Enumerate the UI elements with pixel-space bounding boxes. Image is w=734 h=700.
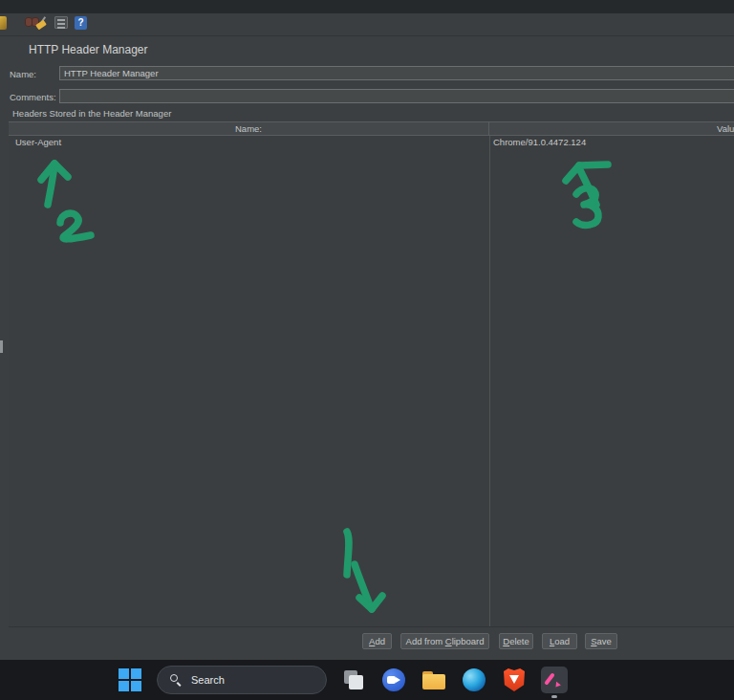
screen: ? HTTP Header Manager Name: Comments: He… <box>0 0 734 700</box>
pen-app-button[interactable] <box>541 667 568 693</box>
taskbar-search[interactable]: Search <box>157 666 327 694</box>
table-row[interactable]: User-Agent Chrome/91.0.4472.124 <box>9 136 734 149</box>
list-icon[interactable] <box>54 16 68 29</box>
window-top-strip <box>0 0 734 13</box>
pen-app-icon <box>541 667 568 693</box>
chat-icon <box>382 668 405 691</box>
task-view-icon <box>344 670 363 689</box>
name-label: Name: <box>10 69 36 79</box>
headers-section-label: Headers Stored in the Header Manager <box>12 108 171 119</box>
edge-icon <box>463 668 486 691</box>
header-value-cell[interactable]: Chrome/91.0.4472.124 <box>493 137 586 147</box>
broom-icon[interactable] <box>35 16 48 30</box>
column-divider <box>489 136 490 626</box>
task-view-button[interactable] <box>340 667 367 693</box>
taskbar: Search <box>0 660 734 700</box>
save-button[interactable]: Save <box>585 633 617 649</box>
comments-input[interactable] <box>59 89 734 103</box>
page-title: HTTP Header Manager <box>29 43 148 56</box>
file-explorer-button[interactable] <box>421 667 447 693</box>
start-icon <box>118 667 142 692</box>
headers-table-body[interactable]: User-Agent Chrome/91.0.4472.124 <box>9 136 734 627</box>
toolbar: ? <box>0 13 734 36</box>
load-button[interactable]: Load <box>542 633 577 649</box>
left-edge-tick <box>0 340 3 353</box>
brave-icon <box>504 668 525 691</box>
help-icon[interactable]: ? <box>75 16 87 30</box>
headers-table-header: Name: Value <box>9 121 734 136</box>
brave-button[interactable] <box>501 667 528 693</box>
add-button[interactable]: Add <box>362 633 392 649</box>
brush-icon[interactable] <box>0 16 7 30</box>
chat-button[interactable] <box>380 667 407 693</box>
column-header-name[interactable]: Name: <box>9 122 489 135</box>
file-explorer-icon <box>422 671 445 689</box>
search-label: Search <box>191 674 225 686</box>
start-button[interactable] <box>117 667 143 693</box>
delete-button[interactable]: Delete <box>499 633 533 649</box>
add-from-clipboard-button[interactable]: Add from Clipboard <box>400 633 489 649</box>
edge-button[interactable] <box>461 667 487 693</box>
search-icon <box>170 674 183 687</box>
header-name-cell[interactable]: User-Agent <box>15 137 61 147</box>
comments-label: Comments: <box>10 92 56 102</box>
column-header-value[interactable]: Value <box>717 122 734 136</box>
name-input[interactable] <box>59 66 734 80</box>
